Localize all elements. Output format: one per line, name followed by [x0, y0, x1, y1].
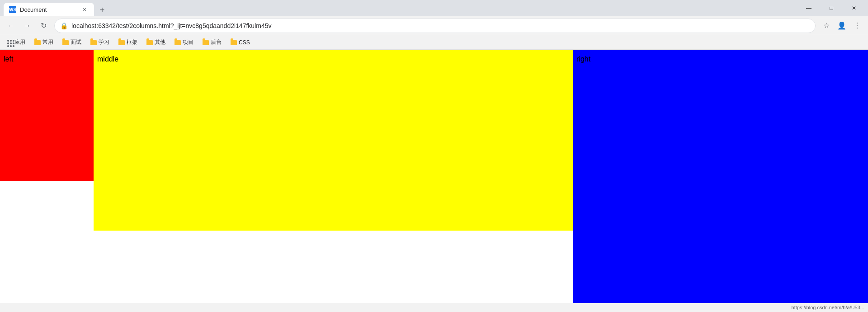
forward-button[interactable]: → [20, 19, 34, 33]
tab-favicon: WS [9, 6, 16, 13]
bookmark-study[interactable]: 学习 [87, 37, 113, 48]
tab-title: Document [20, 6, 77, 13]
url-text: localhost:63342/test/2columns.html?_ijt=… [71, 22, 810, 29]
title-bar: WS Document × + — □ ✕ [0, 0, 868, 16]
bookmark-backend[interactable]: 后台 [199, 37, 225, 48]
folder-icon [62, 40, 69, 45]
new-tab-button[interactable]: + [96, 4, 108, 16]
bookmark-other-label: 其他 [155, 38, 165, 46]
window-controls: — □ ✕ [798, 0, 864, 16]
menu-button[interactable]: ⋮ [850, 19, 864, 33]
bookmark-css[interactable]: CSS [227, 37, 254, 48]
bookmark-study-label: 学习 [99, 38, 109, 46]
tab-close-button[interactable]: × [80, 5, 89, 14]
bookmark-project-label: 项目 [183, 38, 193, 46]
back-button[interactable]: ← [4, 19, 18, 33]
folder-icon [34, 40, 41, 45]
toolbar-actions: ☆ 👤 ⋮ [819, 19, 864, 33]
left-column-label: left [4, 55, 13, 63]
bookmark-other[interactable]: 其他 [143, 37, 169, 48]
minimize-button[interactable]: — [798, 0, 819, 16]
maximize-button[interactable]: □ [821, 0, 842, 16]
middle-column: middle [94, 50, 573, 231]
profile-button[interactable]: 👤 [835, 19, 849, 33]
security-icon: 🔒 [60, 22, 68, 29]
bookmarks-bar: 应用 常用 面试 学习 框架 其他 项目 后台 [0, 35, 868, 50]
refresh-button[interactable]: ↻ [36, 19, 51, 33]
navigation-toolbar: ← → ↻ 🔒 localhost:63342/test/2columns.ht… [0, 16, 868, 35]
folder-icon [175, 40, 181, 45]
status-bar: https://blog.csdn.net/m/h/a/U53... [0, 303, 868, 312]
page-content: left middle right [0, 50, 868, 303]
bookmark-framework-label: 框架 [127, 38, 137, 46]
bookmark-css-label: CSS [239, 39, 250, 46]
folder-icon [146, 40, 153, 45]
folder-icon [118, 40, 125, 45]
status-url: https://blog.csdn.net/m/h/a/U53... [792, 305, 864, 310]
folder-icon [203, 40, 209, 45]
bookmark-interview[interactable]: 面试 [59, 37, 85, 48]
bookmark-project[interactable]: 项目 [171, 37, 197, 48]
bookmark-backend-label: 后台 [211, 38, 222, 46]
active-tab[interactable]: WS Document × [4, 3, 94, 16]
close-button[interactable]: ✕ [844, 0, 864, 16]
columns-container: left middle right [0, 50, 868, 303]
bookmark-common[interactable]: 常用 [31, 37, 57, 48]
bookmark-apps-label: 应用 [14, 38, 25, 46]
apps-icon [7, 40, 13, 45]
bookmark-common-label: 常用 [42, 38, 53, 46]
right-column: right [573, 50, 868, 303]
middle-column-label: middle [97, 55, 118, 63]
bookmark-interview-label: 面试 [71, 38, 81, 46]
right-column-label: right [576, 55, 590, 63]
folder-icon [90, 40, 97, 45]
folder-icon [231, 40, 237, 45]
address-bar[interactable]: 🔒 localhost:63342/test/2columns.html?_ij… [54, 19, 816, 33]
tab-bar: WS Document × + [4, 0, 795, 16]
bookmark-button[interactable]: ☆ [819, 19, 834, 33]
left-column: left [0, 50, 94, 181]
browser-window: WS Document × + — □ ✕ ← → ↻ 🔒 localhost:… [0, 0, 868, 312]
bookmark-apps[interactable]: 应用 [4, 37, 29, 48]
bookmark-framework[interactable]: 框架 [115, 37, 141, 48]
